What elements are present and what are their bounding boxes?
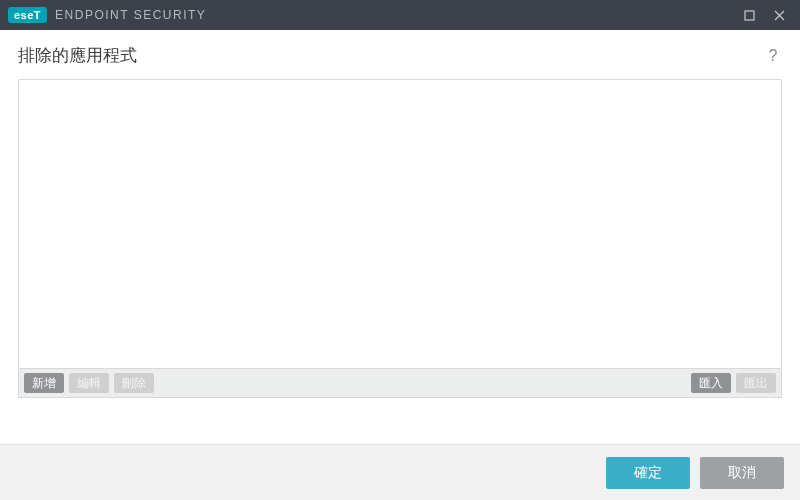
content-area: 排除的應用程式 ? 新增 編輯 刪除 匯入 匯出 <box>0 30 800 398</box>
ok-button[interactable]: 確定 <box>606 457 690 489</box>
square-icon <box>744 10 755 21</box>
header-row: 排除的應用程式 ? <box>18 44 782 67</box>
add-button[interactable]: 新增 <box>24 373 64 393</box>
delete-button: 刪除 <box>114 373 154 393</box>
app-title: ENDPOINT SECURITY <box>55 8 206 22</box>
window-maximize-button[interactable] <box>734 0 764 30</box>
footer: 確定 取消 <box>0 444 800 500</box>
titlebar: eseT ENDPOINT SECURITY <box>0 0 800 30</box>
svg-rect-0 <box>745 11 754 20</box>
edit-button: 編輯 <box>69 373 109 393</box>
help-button[interactable]: ? <box>764 47 782 65</box>
export-button: 匯出 <box>736 373 776 393</box>
page-title: 排除的應用程式 <box>18 44 137 67</box>
logo-badge: eseT <box>8 7 47 23</box>
cancel-button[interactable]: 取消 <box>700 457 784 489</box>
close-icon <box>774 10 785 21</box>
action-bar: 新增 編輯 刪除 匯入 匯出 <box>18 369 782 398</box>
import-button[interactable]: 匯入 <box>691 373 731 393</box>
excluded-apps-list[interactable] <box>18 79 782 369</box>
window-close-button[interactable] <box>764 0 794 30</box>
